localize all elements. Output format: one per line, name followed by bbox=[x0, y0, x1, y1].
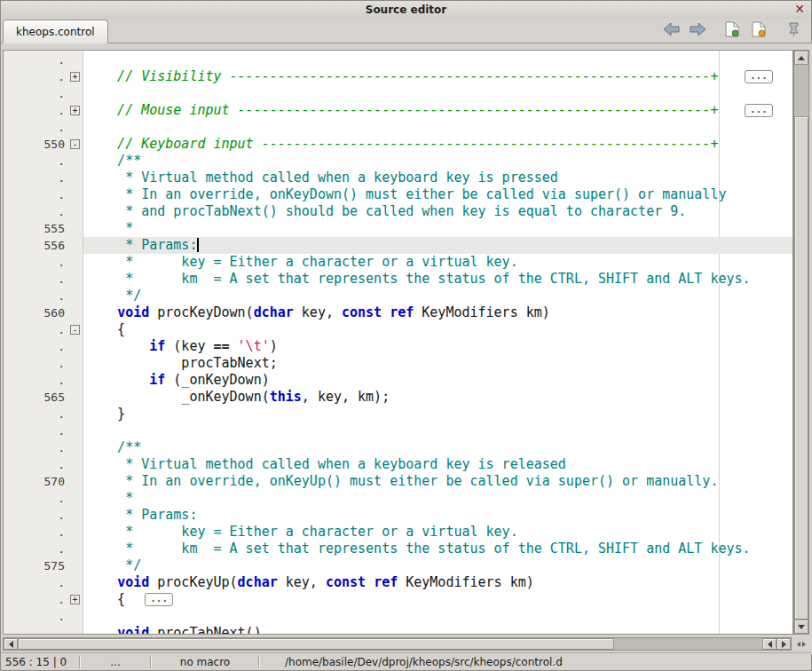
line-marker-dot[interactable]: . bbox=[4, 102, 68, 119]
scroll-step-right-button[interactable] bbox=[777, 638, 791, 650]
line-number[interactable]: 550 bbox=[4, 136, 68, 153]
code-token: // Visibility --------------------------… bbox=[85, 68, 718, 84]
horizontal-scrollbar[interactable] bbox=[3, 637, 792, 651]
line-number[interactable]: 565 bbox=[4, 389, 68, 406]
line-marker-dot[interactable]: . bbox=[4, 507, 68, 524]
line-number[interactable]: 575 bbox=[4, 557, 68, 574]
line-marker-dot[interactable]: . bbox=[4, 186, 68, 203]
line-marker-dot[interactable]: . bbox=[4, 85, 68, 102]
fold-collapsed-icon[interactable]: + bbox=[70, 106, 80, 115]
fold-expanded-icon[interactable]: - bbox=[70, 325, 80, 335]
line-marker-dot[interactable]: . bbox=[4, 254, 68, 271]
fold-ellipsis-box[interactable]: ... bbox=[745, 104, 773, 117]
code-line[interactable]: _onKeyDown(this, key, km); bbox=[83, 389, 792, 406]
code-line[interactable]: void procKeyUp(dchar key, const ref KeyM… bbox=[83, 574, 792, 591]
line-marker-dot[interactable]: . bbox=[4, 422, 68, 439]
code-line[interactable]: * Virtual method called when a keyboard … bbox=[83, 170, 792, 186]
code-line[interactable] bbox=[83, 608, 792, 625]
code-line[interactable]: * Virtual method called when a keyboard … bbox=[83, 456, 792, 473]
line-marker-dot[interactable]: . bbox=[4, 608, 68, 625]
code-line[interactable] bbox=[83, 85, 792, 102]
code-line[interactable]: * km = A set that represents the status … bbox=[83, 541, 792, 557]
line-marker-dot[interactable]: . bbox=[4, 288, 68, 304]
scroll-step-left-button[interactable] bbox=[762, 638, 777, 650]
document-add-button[interactable] bbox=[721, 20, 743, 42]
line-marker-dot[interactable]: . bbox=[4, 574, 68, 591]
line-marker-dot[interactable]: . bbox=[4, 271, 68, 288]
text-region[interactable]: .....550....555556...560....565....570..… bbox=[3, 50, 793, 635]
line-marker-dot[interactable]: . bbox=[4, 524, 68, 541]
code-line[interactable] bbox=[83, 119, 792, 136]
line-marker-dot[interactable]: . bbox=[4, 153, 68, 170]
code-line[interactable]: void procTabNext() bbox=[83, 625, 792, 635]
line-marker-dot[interactable]: . bbox=[4, 456, 68, 473]
code-line[interactable]: {... bbox=[83, 591, 792, 608]
code-column[interactable]: // Visibility --------------------------… bbox=[83, 51, 792, 634]
code-line[interactable] bbox=[83, 422, 792, 439]
code-line[interactable]: } bbox=[83, 406, 792, 422]
fold-ellipsis-box[interactable]: ... bbox=[745, 70, 773, 83]
line-marker-dot[interactable]: . bbox=[4, 119, 68, 136]
code-token: * bbox=[85, 490, 133, 506]
line-marker-dot[interactable]: . bbox=[4, 338, 68, 355]
pin-editor-button[interactable] bbox=[783, 20, 804, 42]
code-line[interactable]: /** bbox=[83, 153, 792, 170]
line-marker-dot[interactable]: . bbox=[4, 490, 68, 507]
code-line[interactable]: * and procTabNext() should be called whe… bbox=[83, 203, 792, 220]
line-number[interactable]: 556 bbox=[4, 237, 68, 254]
code-line[interactable]: // Mouse input -------------------------… bbox=[83, 102, 792, 119]
line-marker-dot[interactable]: . bbox=[4, 68, 68, 85]
line-marker-dot[interactable]: . bbox=[4, 372, 68, 389]
code-line[interactable]: * bbox=[83, 220, 792, 237]
line-marker-dot[interactable]: . bbox=[4, 170, 68, 186]
code-line[interactable]: // Visibility --------------------------… bbox=[83, 68, 792, 85]
line-marker-dot[interactable]: . bbox=[4, 203, 68, 220]
code-line[interactable]: { bbox=[83, 321, 792, 338]
line-marker-dot[interactable]: . bbox=[4, 591, 68, 608]
line-number[interactable]: 560 bbox=[4, 304, 68, 321]
code-line[interactable]: procTabNext; bbox=[83, 355, 792, 372]
fold-gutter-cell bbox=[68, 186, 83, 203]
fold-collapsed-icon[interactable]: + bbox=[70, 595, 80, 604]
tab-kheops-control[interactable]: kheops.control bbox=[3, 20, 108, 43]
go-back-button[interactable] bbox=[660, 20, 682, 42]
line-number[interactable]: 555 bbox=[4, 220, 68, 237]
code-line[interactable]: * key = Either a character or a virtual … bbox=[83, 254, 792, 271]
go-forward-button[interactable] bbox=[687, 20, 708, 42]
code-line[interactable]: if (_onKeyDown) bbox=[83, 372, 792, 389]
vertical-scrollbar-thumb[interactable] bbox=[794, 116, 808, 620]
code-line[interactable]: * In an override, onKeyUp() must either … bbox=[83, 473, 792, 490]
code-line[interactable] bbox=[83, 51, 792, 68]
line-marker-dot[interactable]: . bbox=[4, 439, 68, 456]
line-marker-dot[interactable]: . bbox=[4, 625, 68, 635]
code-line[interactable]: * Params: bbox=[83, 507, 792, 524]
horizontal-scrollbar-thumb[interactable] bbox=[18, 638, 614, 650]
line-number[interactable]: 570 bbox=[4, 473, 68, 490]
code-line[interactable]: // Keyboard input ----------------------… bbox=[83, 136, 792, 153]
code-line[interactable]: * km = A set that represents the status … bbox=[83, 271, 792, 288]
line-marker-dot[interactable]: . bbox=[4, 355, 68, 372]
line-marker-dot[interactable]: . bbox=[4, 406, 68, 422]
code-line[interactable]: * bbox=[83, 490, 792, 507]
fold-collapsed-icon[interactable]: + bbox=[70, 72, 80, 82]
code-line[interactable]: */ bbox=[83, 288, 792, 304]
line-marker-dot[interactable]: . bbox=[4, 51, 68, 68]
code-line[interactable]: * Params: bbox=[83, 237, 792, 254]
line-marker-dot[interactable]: . bbox=[4, 321, 68, 338]
document-edit-button[interactable] bbox=[748, 20, 769, 42]
fold-ellipsis-box[interactable]: ... bbox=[145, 593, 173, 606]
scroll-up-button[interactable] bbox=[794, 51, 808, 65]
pin-icon bbox=[788, 22, 800, 41]
line-marker-dot[interactable]: . bbox=[4, 541, 68, 557]
code-line[interactable]: if (key == '\t') bbox=[83, 338, 792, 355]
fold-expanded-icon[interactable]: - bbox=[70, 139, 80, 149]
code-line[interactable]: * In an override, onKeyDown() must eithe… bbox=[83, 186, 792, 203]
code-line[interactable]: * key = Either a character or a virtual … bbox=[83, 524, 792, 541]
code-line[interactable]: /** bbox=[83, 439, 792, 456]
code-line[interactable]: void procKeyDown(dchar key, const ref Ke… bbox=[83, 304, 792, 321]
scroll-down-button[interactable] bbox=[794, 620, 808, 634]
window-close-button[interactable]: ✕ bbox=[792, 3, 807, 17]
scroll-left-button[interactable] bbox=[4, 638, 18, 650]
vertical-scrollbar[interactable] bbox=[793, 50, 809, 635]
code-line[interactable]: */ bbox=[83, 557, 792, 574]
